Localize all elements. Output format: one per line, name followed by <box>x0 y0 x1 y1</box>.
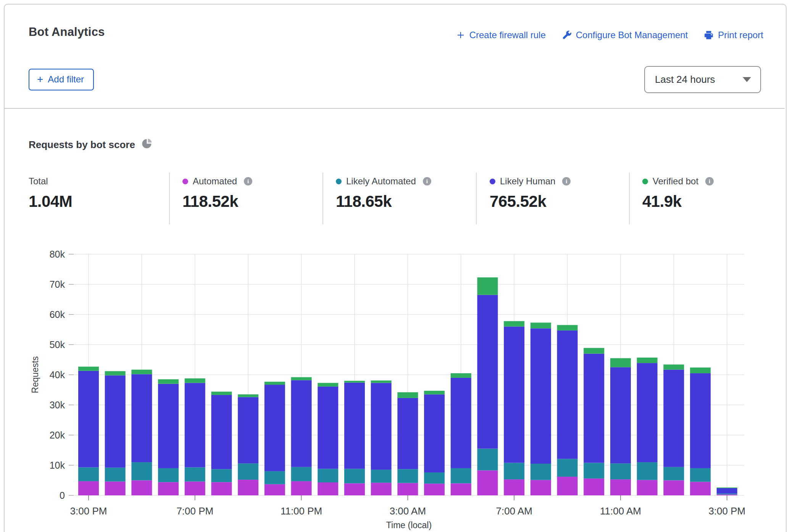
create-firewall-rule-link[interactable]: Create firewall rule <box>456 30 546 40</box>
svg-text:Requests: Requests <box>30 356 40 393</box>
wrench-icon <box>562 30 572 40</box>
create-firewall-rule-label: Create firewall rule <box>469 30 546 40</box>
stat-value: 118.65k <box>336 192 431 211</box>
svg-text:10k: 10k <box>50 460 65 471</box>
page-title: Bot Analytics <box>29 25 105 39</box>
stat-label: Total <box>29 176 48 187</box>
info-icon[interactable]: i <box>562 177 571 185</box>
stat-label: Automated <box>193 176 237 187</box>
print-report-label: Print report <box>718 30 763 40</box>
add-filter-label: Add filter <box>48 74 84 85</box>
svg-text:20k: 20k <box>50 430 65 440</box>
section-title: Requests by bot score <box>29 138 152 151</box>
svg-text:0: 0 <box>60 490 65 501</box>
time-range-dropdown[interactable]: Last 24 hours <box>644 66 761 93</box>
stat-divider <box>629 172 630 224</box>
stat-value: 765.52k <box>490 192 571 211</box>
bot-analytics-page: Bot Analytics Create firewall rule Confi… <box>0 0 790 532</box>
printer-icon <box>704 30 714 40</box>
configure-bot-management-link[interactable]: Configure Bot Management <box>562 30 688 40</box>
svg-text:40k: 40k <box>50 369 65 380</box>
stat-likely-human: Likely Human i 765.52k <box>490 176 571 211</box>
stat-total: Total 1.04M <box>29 176 72 211</box>
stat-divider <box>476 172 477 224</box>
automated-dot <box>182 179 188 184</box>
info-icon[interactable]: i <box>705 177 714 185</box>
stat-label: Likely Automated <box>346 176 416 187</box>
stat-divider <box>169 172 170 224</box>
configure-bot-management-label: Configure Bot Management <box>576 30 688 40</box>
likely-human-dot <box>490 179 495 184</box>
likely-automated-dot <box>336 179 342 184</box>
svg-text:60k: 60k <box>50 309 65 320</box>
chevron-down-icon <box>743 77 751 82</box>
header-divider <box>4 108 785 109</box>
add-filter-button[interactable]: + Add filter <box>29 69 94 90</box>
svg-text:Time (local): Time (local) <box>386 520 432 530</box>
section-title-text: Requests by bot score <box>29 139 135 151</box>
stat-value: 1.04M <box>29 192 72 211</box>
stat-value: 41.9k <box>642 192 714 211</box>
svg-text:7:00 PM: 7:00 PM <box>176 505 213 517</box>
header-actions: Create firewall rule Configure Bot Manag… <box>456 30 763 40</box>
svg-text:7:00 AM: 7:00 AM <box>496 505 532 517</box>
bot-score-stacked-bar-chart: 010k20k30k40k50k60k70k80k3:00 PM7:00 PM1… <box>0 237 790 532</box>
plus-icon <box>456 31 465 40</box>
svg-text:3:00 PM: 3:00 PM <box>708 505 745 517</box>
stat-likely-automated: Likely Automated i 118.65k <box>336 176 431 211</box>
svg-text:11:00 PM: 11:00 PM <box>281 505 322 517</box>
svg-text:3:00 PM: 3:00 PM <box>70 505 107 517</box>
stat-automated: Automated i 118.52k <box>182 176 252 211</box>
stat-divider <box>322 172 323 224</box>
info-icon[interactable]: i <box>423 177 431 185</box>
svg-text:80k: 80k <box>50 249 65 260</box>
stat-value: 118.52k <box>182 192 252 211</box>
verified-bot-dot <box>642 179 648 184</box>
print-report-link[interactable]: Print report <box>704 30 763 40</box>
plus-icon: + <box>37 76 43 83</box>
svg-text:11:00 AM: 11:00 AM <box>600 505 641 517</box>
stat-label: Likely Human <box>500 176 555 187</box>
stat-label: Verified bot <box>653 176 698 187</box>
svg-text:50k: 50k <box>50 339 65 350</box>
time-range-value: Last 24 hours <box>655 74 743 85</box>
pie-chart-icon <box>142 138 152 151</box>
svg-text:3:00 AM: 3:00 AM <box>390 505 426 517</box>
svg-text:70k: 70k <box>50 279 65 290</box>
svg-text:30k: 30k <box>50 400 65 410</box>
info-icon[interactable]: i <box>244 177 252 185</box>
stat-verified-bot: Verified bot i 41.9k <box>642 176 714 211</box>
